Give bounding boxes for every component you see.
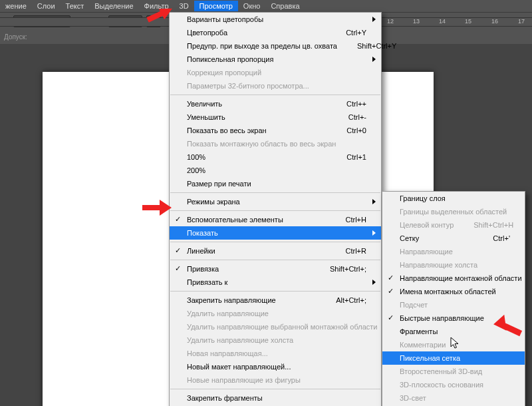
menu-item[interactable]: Варианты цветопробы (170, 13, 381, 26)
menu-item[interactable]: Попиксельная пропорция (170, 53, 381, 66)
menu-item: Удалить направляющие выбранной монтажной… (170, 320, 381, 333)
show-submenu: Границу слояГраницы выделенных областейЦ… (382, 191, 525, 406)
menu-item[interactable]: 100%Ctrl+1 (170, 150, 381, 164)
menu-item[interactable]: Показать во весь экранCtrl+0 (170, 124, 381, 137)
menu-item[interactable]: УвеличитьCtrl++ (170, 97, 381, 110)
ruler-tick: 12 (387, 18, 394, 25)
menu-item: Удалить направляющие холста (170, 333, 381, 347)
menu-item[interactable]: ✓Вспомогательные элементыCtrl+H (170, 213, 381, 226)
ruler-tick: 17 (518, 18, 525, 25)
menu-item[interactable]: Предупр. при выходе за пределы цв. охват… (170, 39, 381, 53)
menu-window[interactable]: Окно (238, 1, 266, 11)
menu-text[interactable]: Текст (61, 1, 90, 11)
menu-help[interactable]: Справка (265, 1, 305, 11)
menu-item: Показать монтажную область во весь экран (170, 137, 381, 150)
submenu-item: Границы выделенных областей (382, 205, 525, 218)
menu-layers[interactable]: Слои (32, 1, 61, 11)
menu-item[interactable]: Закрепить фрагменты (170, 391, 381, 405)
submenu-item[interactable]: ✓Имена монтажных областей (382, 285, 525, 298)
ruler-tick: 13 (413, 18, 420, 25)
menu-item[interactable]: УменьшитьCtrl+- (170, 110, 381, 124)
submenu-item: Направляющие (382, 245, 525, 258)
menu-item[interactable]: Привязать к (170, 276, 381, 289)
menu-bar: жение Слои Текст Выделение Фильтр 3D Про… (0, 0, 532, 12)
ruler-tick: 14 (439, 18, 446, 25)
menu-select[interactable]: Выделение (89, 1, 138, 11)
menu-image[interactable]: жение (0, 1, 32, 11)
submenu-item: Подсчет (382, 298, 525, 311)
menu-item[interactable]: 200% (170, 164, 381, 177)
menu-item[interactable]: ✓ПривязкаShift+Ctrl+; (170, 262, 381, 276)
submenu-item: Целевой контурShift+Ctrl+H (382, 218, 525, 232)
view-menu-dropdown: Варианты цветопробыЦветопробаCtrl+YПреду… (169, 12, 382, 406)
menu-item: Новые направляющие из фигуры (170, 373, 381, 387)
menu-item[interactable]: Режимы экрана (170, 195, 381, 208)
menu-item[interactable]: ✓ЛинейкиCtrl+R (170, 244, 381, 258)
tolerance-label: Допуск: (4, 33, 27, 41)
menu-item: Новая направляющая... (170, 347, 381, 360)
menu-3d[interactable]: 3D (174, 1, 194, 11)
submenu-item: Комментарии (382, 338, 525, 351)
menu-item[interactable]: Закрепить направляющиеAlt+Ctrl+; (170, 294, 381, 307)
submenu-item[interactable]: Пиксельная сетка (382, 351, 525, 365)
submenu-item: Направляющие холста (382, 258, 525, 272)
submenu-item: Второстепенный 3D-вид (382, 365, 525, 378)
menu-view[interactable]: Просмотр (194, 1, 238, 11)
submenu-item[interactable]: ✓Направляющие монтажной области (382, 272, 525, 285)
submenu-item[interactable]: Границу слоя (382, 192, 525, 205)
submenu-item: 3D-свет (382, 391, 525, 405)
submenu-item: 3D-плоскость основания (382, 378, 525, 391)
ruler-tick: 15 (465, 18, 471, 25)
menu-item[interactable]: Новый макет направляющей... (170, 360, 381, 373)
menu-item: Параметры 32-битного просмотра... (170, 79, 381, 93)
menu-item[interactable]: Размер при печати (170, 177, 381, 190)
menu-item[interactable]: Показать (170, 226, 381, 240)
menu-item[interactable]: ЦветопробаCtrl+Y (170, 26, 381, 39)
ruler-tick: 16 (491, 18, 498, 25)
submenu-item[interactable]: СеткуCtrl+' (382, 232, 525, 245)
menu-item: Коррекция пропорций (170, 66, 381, 79)
menu-item: Удалить направляющие (170, 307, 381, 320)
